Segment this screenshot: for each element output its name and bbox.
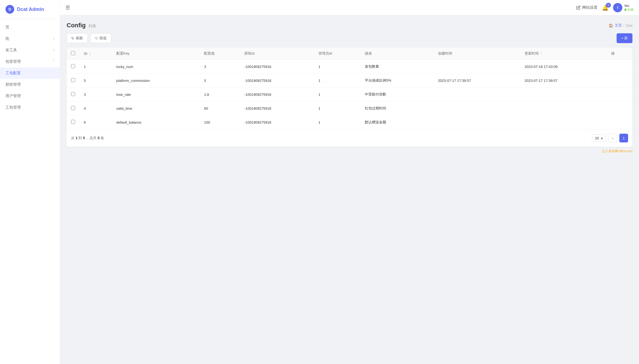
cell-config-value: 3 [200, 60, 240, 74]
cell-actions [607, 60, 632, 74]
row-checkbox-cell[interactable] [67, 74, 79, 88]
footer-watermark: 九八首码网:98ni.com [67, 147, 632, 154]
site-settings-label: 网站设置 [582, 5, 597, 10]
cell-actions [607, 115, 632, 129]
bell-button[interactable]: 🔔 5 [602, 4, 609, 11]
breadcrumb: 🏠 主页 / Con [609, 23, 632, 28]
breadcrumb-current: Con [626, 23, 632, 28]
cell-actions [607, 88, 632, 102]
breadcrumb-separator: / [623, 23, 625, 28]
cell-config-value: 5 [200, 74, 240, 88]
th-group-id: 群组Id [240, 47, 314, 60]
cell-created-at [434, 115, 520, 129]
sidebar-item-devtools[interactable]: 发工具 ‹ [0, 44, 60, 56]
header-right: 网站设置 🔔 5 t tes 在线 [576, 3, 634, 12]
user-status: 在线 [625, 8, 634, 12]
user-info: tes 在线 [625, 4, 634, 12]
cell-description: 中雷赔付倍数 [360, 88, 434, 102]
row-checkbox[interactable] [71, 78, 75, 82]
sidebar-logo: D Dcat Admin [0, 0, 60, 19]
table-row: 3 lose_rate 1.8 -1001909275918 1 中雷赔付倍数 [67, 88, 632, 102]
th-config-value: 配置值 [200, 47, 240, 60]
avatar: t [613, 3, 622, 12]
cell-created-at [434, 88, 520, 102]
main-wrapper: ☰ 网站设置 🔔 5 t tes 在线 [60, 0, 639, 364]
cell-config-key: default_balance [112, 115, 200, 129]
cell-group-id: -1001909275918 [240, 102, 314, 115]
cell-config-value: 100 [200, 115, 240, 129]
select-all-cell[interactable] [67, 47, 79, 60]
breadcrumb-home-link[interactable]: 主页 [615, 23, 622, 28]
hamburger-icon[interactable]: ☰ [66, 5, 70, 11]
top-header: ☰ 网站设置 🔔 5 t tes 在线 [60, 0, 639, 15]
page-subtitle: 列表 [88, 24, 96, 29]
row-checkbox[interactable] [71, 64, 75, 68]
row-checkbox-cell[interactable] [67, 115, 79, 129]
row-checkbox-cell[interactable] [67, 102, 79, 115]
chevron-right-icon: ‹ [53, 37, 54, 41]
cell-actions [607, 102, 632, 115]
table-row: 4 valid_time 60 -1001909275918 1 红包过期时间 [67, 102, 632, 115]
filter-button[interactable]: ▽ 筛选 [90, 33, 111, 43]
logo-icon: D [5, 5, 14, 14]
cell-config-value: 1.8 [200, 88, 240, 102]
sidebar-item-system[interactable]: 统 ‹ [0, 33, 60, 44]
pagination-to: 5 [83, 136, 85, 140]
cell-created-at: 2023-07-17 17:39:57 [434, 74, 520, 88]
row-checkbox[interactable] [71, 106, 75, 110]
sidebar-item-config[interactable]: 工包配置 [0, 67, 60, 79]
cell-description: 发包数量 [360, 60, 434, 74]
sidebar-item-user-mgmt[interactable]: 用户管理 [0, 90, 60, 102]
cell-updated-at: 2023-07-17 17:39:57 [520, 74, 607, 88]
cell-admin-id: 1 [314, 60, 360, 74]
refresh-icon: ↻ [71, 36, 74, 40]
cell-group-id: -1001909275918 [240, 60, 314, 74]
row-checkbox[interactable] [71, 120, 75, 124]
cell-config-value: 60 [200, 102, 240, 115]
chevron-down-icon: ˅ [53, 60, 54, 64]
th-id[interactable]: ID ↑ [79, 47, 112, 60]
sidebar-item-home[interactable]: 页 [0, 22, 60, 33]
add-button[interactable]: + 新 [617, 33, 632, 43]
table-body: 1 lucky_num 3 -1001909275918 1 发包数量 2023… [67, 60, 632, 129]
pagination-info: 从 1 到 5 ，总共 5 条 [71, 136, 104, 141]
row-checkbox-cell[interactable] [67, 88, 79, 102]
row-checkbox-cell[interactable] [67, 60, 79, 74]
prev-page-button[interactable]: ‹ [608, 134, 617, 142]
cell-admin-id: 1 [314, 74, 360, 88]
select-all-checkbox[interactable] [71, 51, 75, 55]
per-page-select[interactable]: 20 ∧ [592, 135, 606, 142]
sidebar-item-mine-mgmt[interactable]: 包雷管理 ˅ [0, 56, 60, 67]
cell-created-at [434, 102, 520, 115]
cell-id: 5 [79, 74, 112, 88]
status-dot [625, 9, 626, 11]
user-name: tes [625, 4, 634, 8]
sort-asc-icon-updated: ↑ [541, 52, 542, 55]
refresh-button[interactable]: ↻ 刷新 [67, 33, 88, 43]
edit-icon [576, 5, 581, 10]
row-checkbox[interactable] [71, 92, 75, 96]
sidebar-item-packet-mgmt[interactable]: 工包管理 [0, 102, 60, 113]
chevron-up-icon: ∧ [600, 136, 603, 140]
cell-group-id: -1001909275918 [240, 74, 314, 88]
cell-updated-at: 2023-07-18 17:43:09 [520, 60, 607, 74]
page-1-button[interactable]: 1 [619, 134, 628, 142]
th-config-key: 配置Key [112, 47, 200, 60]
sidebar-item-group-mgmt[interactable]: 群组管理 [0, 79, 60, 90]
page-content: Config 列表 🏠 主页 / Con ↻ 刷新 ▽ 筛选 [60, 15, 639, 364]
cell-config-key: valid_time [112, 102, 200, 115]
cell-actions [607, 74, 632, 88]
toolbar-left: ↻ 刷新 ▽ 筛选 [67, 33, 111, 43]
table-wrapper: ID ↑ 配置Key 配置值 群组Id [67, 47, 632, 129]
th-updated-at[interactable]: 更新时间 ↑ [520, 47, 607, 60]
th-actions: 操 [607, 47, 632, 60]
pagination-controls: 20 ∧ ‹ 1 [592, 134, 628, 142]
cell-created-at [434, 60, 520, 74]
filter-icon: ▽ [95, 36, 98, 40]
site-settings-button[interactable]: 网站设置 [576, 5, 597, 10]
cell-id: 4 [79, 102, 112, 115]
sidebar: D Dcat Admin 页 统 ‹ 发工具 ‹ 包雷管理 ˅ 工包配置 群组管… [0, 0, 60, 364]
user-avatar[interactable]: t tes 在线 [613, 3, 634, 12]
chevron-right-icon: ‹ [53, 48, 54, 52]
cell-admin-id: 1 [314, 102, 360, 115]
